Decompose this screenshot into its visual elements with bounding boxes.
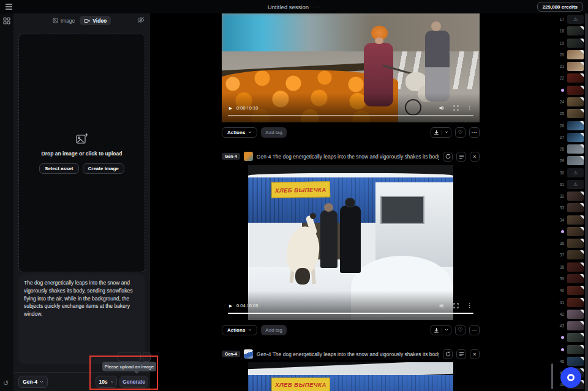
kebab-menu-icon[interactable]: ⋮ bbox=[467, 303, 472, 308]
history-item[interactable]: 43 bbox=[556, 320, 586, 332]
history-item[interactable]: 40 bbox=[556, 285, 586, 296]
favorite-button[interactable]: ♡ bbox=[455, 127, 466, 138]
history-item[interactable]: 37 bbox=[556, 249, 586, 261]
dashboard-icon[interactable] bbox=[3, 17, 10, 24]
close-button[interactable]: × bbox=[470, 349, 480, 359]
video-player[interactable]: ▶ 0:00 / 0:10 ⋮ bbox=[222, 13, 480, 122]
history-item[interactable]: 21 bbox=[556, 61, 586, 72]
feed-scrollbar-thumb[interactable] bbox=[551, 363, 553, 389]
history-item[interactable] bbox=[556, 226, 586, 237]
page-curl bbox=[580, 286, 584, 289]
regenerate-button[interactable] bbox=[443, 152, 453, 162]
gen-thumbnail[interactable] bbox=[244, 349, 253, 359]
play-icon[interactable]: ▶ bbox=[229, 303, 232, 308]
kebab-menu-icon[interactable]: ⋮ bbox=[467, 105, 472, 111]
history-item[interactable] bbox=[556, 84, 586, 96]
close-button[interactable]: × bbox=[470, 152, 480, 162]
history-item[interactable]: 33 bbox=[556, 202, 586, 214]
credits-badge[interactable]: 229,080 credits bbox=[537, 2, 583, 12]
reuse-settings-button[interactable] bbox=[456, 152, 466, 162]
history-thumbnail bbox=[567, 109, 584, 118]
prompt-options-button[interactable] bbox=[143, 352, 151, 362]
history-item[interactable]: 17⚠ bbox=[556, 13, 586, 25]
chat-button[interactable] bbox=[560, 367, 581, 388]
new-indicator-dot bbox=[556, 348, 564, 351]
history-item[interactable]: 42 bbox=[556, 308, 586, 320]
gen-caption[interactable]: Gen-4 The dog energetically leaps into t… bbox=[257, 351, 439, 357]
seek-bar[interactable] bbox=[228, 313, 473, 315]
add-tag-button[interactable]: Add tag bbox=[261, 325, 287, 335]
prompt-settings-button[interactable] bbox=[118, 352, 141, 362]
prompt-textarea[interactable]: The dog energetically leaps into the sno… bbox=[18, 274, 145, 364]
history-item[interactable]: 22 bbox=[556, 72, 586, 84]
select-asset-button[interactable]: Select asset bbox=[39, 163, 78, 174]
history-item[interactable]: 26 bbox=[556, 119, 586, 131]
generation-sidebar: Image Video bbox=[13, 13, 150, 391]
history-item[interactable]: 18 bbox=[556, 25, 586, 37]
more-button[interactable]: ··· bbox=[469, 127, 480, 138]
warning-icon: ⚠ bbox=[567, 15, 584, 24]
regenerate-button[interactable] bbox=[443, 349, 453, 359]
history-thumbnail bbox=[567, 192, 584, 201]
tab-video[interactable]: Video bbox=[80, 16, 111, 25]
history-thumbnail bbox=[567, 203, 584, 212]
seek-bar[interactable] bbox=[228, 115, 473, 116]
create-image-button[interactable]: Create image bbox=[83, 163, 124, 174]
eye-off-icon[interactable] bbox=[137, 17, 145, 23]
history-thumbnail bbox=[567, 50, 584, 59]
fullscreen-icon[interactable] bbox=[453, 105, 459, 111]
history-item[interactable]: 31⚠ bbox=[556, 179, 586, 190]
history-thumbnail bbox=[567, 215, 584, 225]
history-item[interactable]: 46 bbox=[556, 356, 586, 367]
page-curl bbox=[580, 50, 584, 54]
page-curl bbox=[580, 357, 584, 360]
session-menu-icon[interactable]: ··· bbox=[313, 4, 320, 10]
download-button[interactable] bbox=[431, 127, 451, 138]
session-title[interactable]: Untitled session bbox=[268, 4, 309, 10]
favorite-button[interactable]: ♡ bbox=[455, 325, 466, 335]
reuse-settings-button[interactable] bbox=[456, 349, 466, 359]
hamburger-menu-icon[interactable] bbox=[5, 3, 13, 10]
history-item[interactable]: 39 bbox=[556, 273, 586, 285]
history-item[interactable] bbox=[556, 332, 586, 343]
history-item[interactable]: 30⚠ bbox=[556, 166, 586, 178]
video-player[interactable]: ХЛЕБ ВЫПЕЧКА ▶ 0:04 / 0:05 bbox=[222, 165, 480, 320]
history-item[interactable]: 38 bbox=[556, 261, 586, 273]
gen-thumbnail[interactable] bbox=[244, 152, 253, 161]
history-index: 34 bbox=[556, 218, 564, 222]
more-button[interactable]: ··· bbox=[469, 325, 480, 335]
history-item[interactable]: 34 bbox=[556, 214, 586, 226]
download-button[interactable] bbox=[431, 325, 451, 335]
upload-dropzone[interactable]: Drop an image or click to upload Select … bbox=[18, 34, 145, 272]
heart-icon: ♡ bbox=[458, 130, 462, 135]
history-item[interactable]: 36 bbox=[556, 237, 586, 249]
history-item[interactable]: 28 bbox=[556, 143, 586, 155]
play-icon[interactable]: ▶ bbox=[229, 106, 232, 111]
actions-button[interactable]: Actions bbox=[222, 325, 257, 335]
tab-image[interactable]: Image bbox=[53, 18, 75, 24]
history-item[interactable]: 41 bbox=[556, 296, 586, 308]
fullscreen-icon[interactable] bbox=[453, 303, 459, 308]
history-item[interactable] bbox=[556, 343, 586, 355]
history-thumbnail bbox=[567, 250, 584, 259]
generate-button[interactable]: Generate bbox=[119, 376, 148, 388]
history-item[interactable]: 25 bbox=[556, 108, 586, 119]
add-tag-button[interactable]: Add tag bbox=[261, 127, 287, 138]
volume-icon[interactable] bbox=[439, 303, 445, 308]
history-index: 24 bbox=[556, 100, 564, 104]
history-item[interactable]: 19 bbox=[556, 37, 586, 49]
model-select[interactable]: Gen-4 bbox=[18, 376, 48, 388]
duration-select[interactable]: 10s bbox=[96, 376, 117, 388]
history-item[interactable]: 24 bbox=[556, 96, 586, 108]
history-item[interactable]: 27 bbox=[556, 132, 586, 143]
chevron-down-icon bbox=[110, 381, 114, 383]
actions-button[interactable]: Actions bbox=[222, 127, 257, 138]
history-item[interactable]: 32 bbox=[556, 190, 586, 202]
history-item[interactable]: 20 bbox=[556, 49, 586, 61]
history-icon[interactable]: ↺ bbox=[3, 380, 9, 387]
volume-icon[interactable] bbox=[439, 105, 445, 111]
generation-row: Gen-4 Gen-4 The dog energetically leaps … bbox=[222, 349, 480, 359]
history-item[interactable]: 29 bbox=[556, 155, 586, 166]
video-player[interactable]: ХЛЕБ ВЫПЕЧКА bbox=[222, 362, 480, 391]
gen-caption[interactable]: Gen-4 The dog energetically leaps into t… bbox=[257, 154, 439, 160]
